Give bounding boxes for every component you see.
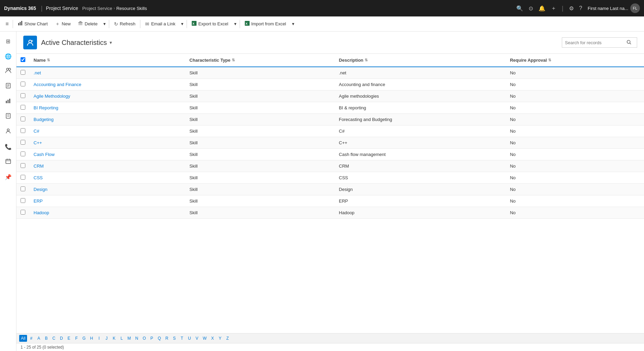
plus-icon[interactable]: ＋ <box>551 5 556 12</box>
row-checkbox-1[interactable] <box>21 82 25 86</box>
alpha-btn-n[interactable]: N <box>133 335 140 342</box>
row-name-link-10[interactable]: Design <box>34 187 47 192</box>
alpha-btn-u[interactable]: U <box>186 335 193 342</box>
row-checkbox-12[interactable] <box>21 210 25 215</box>
alpha-btn-m[interactable]: M <box>126 335 132 342</box>
alpha-btn-c[interactable]: C <box>50 335 57 342</box>
alpha-btn-t[interactable]: T <box>178 335 185 342</box>
alpha-btn-d[interactable]: D <box>58 335 65 342</box>
row-name-link-1[interactable]: Accounting and Finance <box>34 82 81 87</box>
alpha-btn-v[interactable]: V <box>193 335 200 342</box>
sidebar-item-globe[interactable]: 🌐 <box>1 49 15 63</box>
table-wrapper[interactable]: Name ⇅ Characteristic Type ⇅ <box>16 54 644 333</box>
bell-icon[interactable]: 🔔 <box>539 5 545 12</box>
refresh-button[interactable]: ↻ Refresh <box>111 20 139 28</box>
alpha-btn-a[interactable]: A <box>35 335 42 342</box>
alpha-btn-y[interactable]: Y <box>217 335 224 342</box>
email-link-label: Email a Link <box>151 21 175 26</box>
row-checkbox-4[interactable] <box>21 117 25 121</box>
sidebar-item-people[interactable] <box>1 64 15 78</box>
sidebar-item-calendar[interactable] <box>1 155 15 169</box>
row-checkbox-cell-10 <box>16 184 29 195</box>
row-checkbox-7[interactable] <box>21 152 25 156</box>
sidebar-item-pin[interactable]: 📌 <box>1 170 15 184</box>
row-name-link-11[interactable]: ERP <box>34 198 43 204</box>
sidebar-item-person[interactable] <box>1 125 15 138</box>
row-name-link-12[interactable]: Hadoop <box>34 210 49 215</box>
row-name-link-2[interactable]: Agile Methodology <box>34 94 70 99</box>
search-input[interactable] <box>562 39 624 47</box>
col-header-approval[interactable]: Require Approval ⇅ <box>506 54 644 67</box>
alpha-btn-e[interactable]: E <box>65 335 72 342</box>
row-checkbox-3[interactable] <box>21 105 25 110</box>
sidebar-item-phone[interactable]: 📞 <box>1 140 15 154</box>
toolbar-sep-4 <box>240 20 240 28</box>
hamburger-button[interactable]: ≡ <box>3 19 11 29</box>
alpha-btn-w[interactable]: W <box>201 335 208 342</box>
alpha-btn-k[interactable]: K <box>111 335 117 342</box>
row-name-link-7[interactable]: Cash Flow <box>34 152 54 157</box>
import-dropdown[interactable]: ▾ <box>290 20 296 28</box>
row-checkbox-10[interactable] <box>21 186 25 191</box>
table-row: CRM Skill CRM No <box>16 160 644 172</box>
alpha-btn-p[interactable]: P <box>148 335 155 342</box>
alpha-btn-s[interactable]: S <box>171 335 178 342</box>
alpha-btn-r[interactable]: R <box>163 335 170 342</box>
sidebar-item-home[interactable]: ⊞ <box>1 34 15 48</box>
search-icon[interactable]: 🔍 <box>516 5 523 12</box>
row-checkbox-0[interactable] <box>21 70 25 75</box>
alpha-btn-#[interactable]: # <box>28 335 35 342</box>
target-icon[interactable]: ⊙ <box>529 5 533 12</box>
row-name-link-5[interactable]: C# <box>34 129 39 134</box>
alpha-btn-b[interactable]: B <box>43 335 50 342</box>
row-name-link-3[interactable]: BI Reporting <box>34 105 58 110</box>
alpha-btn-q[interactable]: Q <box>156 335 163 342</box>
row-checkbox-8[interactable] <box>21 163 25 168</box>
user-menu[interactable]: First name Last na... FL <box>588 3 640 13</box>
help-icon[interactable]: ? <box>579 5 582 11</box>
sidebar-item-chart[interactable] <box>1 95 15 108</box>
show-chart-button[interactable]: Show Chart <box>14 19 51 28</box>
row-name-link-9[interactable]: CSS <box>34 175 43 180</box>
sidebar-item-notes[interactable] <box>1 80 15 93</box>
delete-dropdown[interactable]: ▾ <box>102 20 108 28</box>
row-desc-8: CRM <box>335 160 506 172</box>
row-checkbox-9[interactable] <box>21 175 25 180</box>
export-excel-button[interactable]: X Export to Excel <box>188 19 231 28</box>
col-header-type[interactable]: Characteristic Type ⇅ <box>185 54 334 67</box>
col-header-description[interactable]: Description ⇅ <box>335 54 506 67</box>
row-checkbox-2[interactable] <box>21 93 25 98</box>
settings-icon[interactable]: ⚙ <box>569 5 574 12</box>
row-checkbox-5[interactable] <box>21 128 25 133</box>
row-checkbox-11[interactable] <box>21 198 25 203</box>
search-icon-btn[interactable] <box>624 38 634 47</box>
alpha-btn-g[interactable]: G <box>80 335 87 342</box>
email-dropdown[interactable]: ▾ <box>179 20 185 28</box>
alpha-btn-l[interactable]: L <box>118 335 125 342</box>
search-bar <box>562 37 637 48</box>
alpha-btn-o[interactable]: O <box>141 335 148 342</box>
alpha-btn-z[interactable]: Z <box>224 335 231 342</box>
alpha-btn-all[interactable]: All <box>19 335 27 342</box>
alpha-btn-j[interactable]: J <box>103 335 110 342</box>
new-button[interactable]: ＋ New <box>52 19 74 29</box>
alpha-btn-f[interactable]: F <box>73 335 80 342</box>
import-excel-button[interactable]: X Import from Excel <box>241 19 290 28</box>
row-name-link-4[interactable]: Budgeting <box>34 117 54 122</box>
alpha-btn-i[interactable]: I <box>96 335 102 342</box>
alpha-btn-x[interactable]: X <box>209 335 216 342</box>
col-header-name[interactable]: Name ⇅ <box>29 54 185 67</box>
delete-button[interactable]: Delete <box>75 19 101 28</box>
row-name-link-8[interactable]: CRM <box>34 164 44 169</box>
row-name-link-0[interactable]: .net <box>34 70 41 75</box>
alpha-btn-h[interactable]: H <box>88 335 95 342</box>
row-name-link-6[interactable]: C++ <box>34 140 42 145</box>
page-title-dropdown-icon[interactable]: ▾ <box>110 40 112 45</box>
export-dropdown[interactable]: ▾ <box>232 20 238 28</box>
row-checkbox-6[interactable] <box>21 140 25 145</box>
nav-divider: | <box>562 5 564 12</box>
breadcrumb-parent[interactable]: Project Service <box>82 6 112 11</box>
sidebar-item-doc[interactable] <box>1 110 15 123</box>
select-all-checkbox[interactable] <box>21 57 25 62</box>
email-link-button[interactable]: ✉ Email a Link <box>142 20 179 28</box>
